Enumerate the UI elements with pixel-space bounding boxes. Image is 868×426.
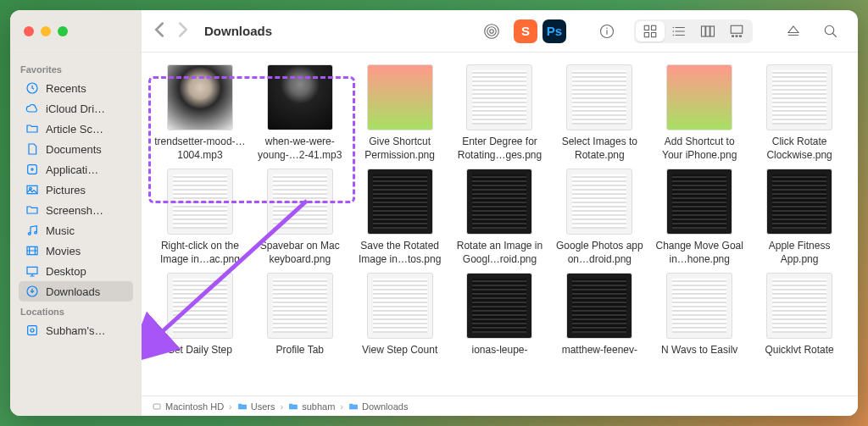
app-badge[interactable]: Ps	[542, 19, 566, 43]
sidebar-item-music[interactable]: Music	[19, 220, 133, 241]
icon-view-button[interactable]	[636, 21, 665, 41]
file-thumbnail	[666, 169, 732, 235]
file-name: Apple Fitness App.png	[753, 240, 846, 266]
file-item[interactable]: Add Shortcut to Your iPhone.png	[653, 64, 746, 162]
file-item[interactable]: Enter Degree for Rotating…ges.png	[453, 64, 547, 162]
file-name: Set Daily Step	[168, 344, 232, 357]
sidebar-item-downloads[interactable]: Downloads	[19, 281, 133, 302]
file-item[interactable]: Give Shortcut Permission.png	[353, 64, 447, 162]
svg-rect-22	[739, 35, 742, 36]
folder-icon	[152, 401, 162, 412]
back-button[interactable]	[153, 21, 165, 41]
svg-point-31	[35, 231, 37, 234]
svg-rect-16	[702, 26, 706, 36]
sidebar-item-documents[interactable]: Documents	[19, 139, 133, 159]
breadcrumb[interactable]: Users	[251, 401, 275, 412]
file-item[interactable]: Right-click on the Image in…ac.png	[153, 169, 247, 266]
svg-rect-19	[731, 25, 743, 33]
gallery-view-button[interactable]	[722, 21, 751, 41]
file-name: matthew-feenev-	[562, 344, 637, 357]
sidebar-item-articlesc[interactable]: Article Sc…	[19, 119, 133, 139]
breadcrumb[interactable]: Downloads	[362, 401, 408, 412]
window-title: Downloads	[204, 24, 272, 38]
file-item[interactable]: Change Move Goal in…hone.png	[653, 169, 746, 266]
list-view-button[interactable]	[665, 21, 693, 41]
file-item[interactable]: matthew-feenev-	[553, 273, 646, 357]
search-icon[interactable]	[815, 19, 846, 44]
sidebar-item-desktop[interactable]: Desktop	[19, 261, 133, 281]
sidebar-item-subhams[interactable]: Subham's…	[19, 320, 133, 340]
file-thumbnail	[267, 64, 333, 130]
svg-point-30	[28, 233, 31, 235]
file-name: Give Shortcut Permission.png	[353, 136, 447, 162]
svg-rect-33	[27, 267, 37, 274]
sidebar-item-applicati[interactable]: Applicati…	[19, 159, 133, 180]
eject-icon[interactable]	[778, 19, 809, 44]
file-item[interactable]: Rotate an Image in Googl…roid.png	[453, 169, 547, 266]
minimize-button[interactable]	[41, 26, 51, 36]
folder-icon	[348, 401, 359, 412]
svg-point-24	[825, 25, 834, 35]
file-item[interactable]: Set Daily Step	[153, 273, 247, 357]
file-item[interactable]: View Step Count	[353, 273, 447, 357]
app-badge[interactable]: S	[514, 19, 537, 43]
sidebar-item-iclouddri[interactable]: iCloud Dri…	[19, 98, 133, 119]
sidebar: FavoritesRecentsiCloud Dri…Article Sc…Do…	[10, 53, 142, 416]
file-item[interactable]: Save the Rotated Image in…tos.png	[353, 169, 447, 266]
sidebar-item-movies[interactable]: Movies	[19, 241, 133, 261]
file-thumbnail	[367, 64, 433, 130]
sidebar-item-label: Applicati…	[46, 163, 98, 176]
sidebar-item-recents[interactable]: Recents	[19, 78, 133, 98]
file-name: Google Photos app on…droid.png	[553, 240, 646, 266]
file-item[interactable]: Google Photos app on…droid.png	[553, 169, 646, 266]
file-thumbnail	[766, 64, 832, 130]
file-item[interactable]: Click Rotate Clockwise.png	[753, 64, 846, 162]
titlebar: Downloads SPs	[10, 10, 858, 53]
file-name: when-we-were-young-…2-41.mp3	[253, 136, 347, 162]
zoom-button[interactable]	[58, 26, 68, 36]
file-item[interactable]: Spavebar on Mac keyboard.png	[253, 169, 347, 266]
file-thumbnail	[466, 64, 532, 130]
file-item[interactable]: when-we-were-young-…2-41.mp3	[253, 64, 347, 162]
airdrop-icon[interactable]	[476, 19, 507, 44]
breadcrumb-separator: ›	[229, 401, 232, 412]
file-item[interactable]: trendsetter-mood-…1004.mp3	[153, 64, 247, 162]
breadcrumb[interactable]: Macintosh HD	[165, 401, 224, 412]
forward-button[interactable]	[177, 21, 189, 41]
file-thumbnail	[267, 273, 333, 339]
file-name: N Wavs to Easilv	[661, 344, 737, 357]
file-name: ionas-leupe-	[471, 344, 527, 357]
content-area: trendsetter-mood-…1004.mp3when-we-were-y…	[142, 53, 858, 416]
file-thumbnail	[267, 169, 333, 235]
sidebar-item-label: Movies	[46, 245, 81, 257]
file-item[interactable]: Select Images to Rotate.png	[553, 64, 646, 162]
sidebar-item-pictures[interactable]: Pictures	[19, 180, 133, 200]
svg-rect-35	[28, 326, 37, 335]
svg-rect-18	[710, 26, 715, 36]
svg-rect-8	[644, 32, 648, 36]
view-switcher	[634, 19, 753, 43]
sidebar-item-label: iCloud Dri…	[46, 102, 105, 115]
breadcrumb[interactable]: subham	[302, 401, 335, 412]
info-icon[interactable]	[592, 19, 622, 44]
sidebar-item-label: Article Sc…	[46, 123, 103, 136]
file-item[interactable]: Quicklvt Rotate	[753, 273, 846, 357]
file-item[interactable]: ionas-leupe-	[453, 273, 547, 357]
svg-point-36	[31, 329, 34, 332]
file-name: trendsetter-mood-…1004.mp3	[153, 136, 247, 162]
file-name: Profile Tab	[276, 344, 324, 357]
file-name: Click Rotate Clockwise.png	[753, 136, 846, 162]
file-name: Quicklvt Rotate	[765, 344, 833, 357]
svg-rect-7	[652, 25, 656, 30]
file-item[interactable]: N Wavs to Easilv	[653, 273, 746, 357]
sidebar-item-screensh[interactable]: Screensh…	[19, 200, 133, 220]
file-name: Change Move Goal in…hone.png	[653, 240, 746, 266]
breadcrumb-separator: ›	[340, 401, 343, 412]
close-button[interactable]	[24, 26, 34, 36]
sidebar-item-label: Desktop	[46, 265, 86, 278]
sidebar-section-label: Locations	[20, 307, 131, 317]
file-item[interactable]: Apple Fitness App.png	[753, 169, 846, 266]
file-item[interactable]: Profile Tab	[253, 273, 347, 357]
file-thumbnail	[666, 64, 732, 130]
column-view-button[interactable]	[693, 21, 722, 41]
